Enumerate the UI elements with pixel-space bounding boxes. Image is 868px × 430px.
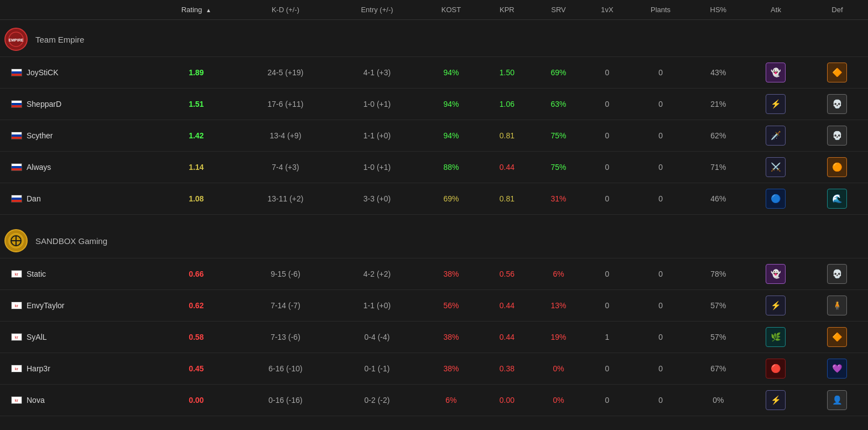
col-1vx: 1vX bbox=[584, 0, 630, 20]
player-hs: 57% bbox=[692, 290, 745, 322]
agent-icon: 💀 bbox=[827, 126, 847, 146]
kost-value: 6% bbox=[445, 396, 456, 405]
agent-icon: 🌿 bbox=[766, 327, 786, 347]
srv-value: 75% bbox=[551, 163, 566, 172]
team-row-empire: EMPIRE Team Empire bbox=[0, 20, 868, 57]
table-row[interactable]: kr Nova 0.00 0-16 (-16) 0-2 (-2) 6% 0.00… bbox=[0, 385, 868, 416]
player-kost: 38% bbox=[421, 258, 482, 290]
def-agent-cell: 💀 bbox=[811, 264, 864, 284]
player-kpr: 0.81 bbox=[481, 183, 532, 215]
agent-icon: 💜 bbox=[827, 359, 847, 379]
player-def: 🌊 bbox=[807, 183, 868, 215]
player-plants: 0 bbox=[630, 290, 691, 322]
player-kpr: 0.44 bbox=[481, 322, 532, 353]
player-name: Nova bbox=[27, 396, 45, 405]
player-1vx: 1 bbox=[584, 322, 630, 353]
col-rating[interactable]: Rating ▲ bbox=[155, 0, 238, 20]
player-1vx: 0 bbox=[584, 57, 630, 89]
header-row: Rating ▲ K-D (+/-) Entry (+/-) KOST KPR … bbox=[0, 0, 868, 20]
col-srv: SRV bbox=[533, 0, 585, 20]
table-row[interactable]: kr Static 0.66 9-15 (-6) 4-2 (+2) 38% 0.… bbox=[0, 258, 868, 290]
rating-value: 0.00 bbox=[189, 396, 204, 405]
player-plants: 0 bbox=[630, 353, 691, 385]
kost-value: 94% bbox=[443, 68, 459, 77]
kost-value: 38% bbox=[443, 270, 459, 278]
team-name: Team Empire bbox=[35, 35, 84, 44]
player-rating: 0.58 bbox=[155, 322, 238, 353]
team-logo bbox=[4, 229, 28, 252]
player-def: 🟠 bbox=[807, 152, 868, 183]
table-row[interactable]: Scyther 1.42 13-4 (+9) 1-1 (+0) 94% 0.81… bbox=[0, 120, 868, 152]
table-row[interactable]: Always 1.14 7-4 (+3) 1-0 (+1) 88% 0.44 7… bbox=[0, 152, 868, 183]
player-plants: 0 bbox=[630, 183, 691, 215]
flag-icon bbox=[11, 100, 22, 108]
flag-icon: kr bbox=[11, 333, 22, 341]
kpr-value: 0.44 bbox=[500, 163, 514, 172]
table-row[interactable]: ShepparD 1.51 17-6 (+11) 1-0 (+1) 94% 1.… bbox=[0, 89, 868, 120]
player-srv: 69% bbox=[533, 57, 585, 89]
table-row[interactable]: Dan 1.08 13-11 (+2) 3-3 (+0) 69% 0.81 31… bbox=[0, 183, 868, 215]
kd-label: K-D (+/-) bbox=[272, 6, 299, 14]
kpr-value: 0.38 bbox=[500, 364, 514, 373]
player-kd: 7-13 (-6) bbox=[238, 322, 334, 353]
agent-icon: 🔶 bbox=[827, 327, 847, 347]
player-entry: 0-1 (-1) bbox=[333, 353, 420, 385]
player-kost: 88% bbox=[421, 152, 482, 183]
rating-value: 1.14 bbox=[189, 163, 204, 172]
player-atk: 🔴 bbox=[745, 353, 807, 385]
player-rating: 1.42 bbox=[155, 120, 238, 152]
def-agent-cell: 🧍 bbox=[811, 296, 864, 315]
flag-icon bbox=[11, 195, 22, 203]
player-def: 💜 bbox=[807, 353, 868, 385]
table-row[interactable]: kr Harp3r 0.45 6-16 (-10) 0-1 (-1) 38% 0… bbox=[0, 353, 868, 385]
agent-icon: ⚡ bbox=[766, 94, 786, 114]
player-rating: 0.00 bbox=[155, 385, 238, 416]
srv-value: 69% bbox=[551, 68, 566, 77]
entry-label: Entry (+/-) bbox=[361, 6, 393, 14]
player-1vx: 0 bbox=[584, 353, 630, 385]
player-kost: 38% bbox=[421, 322, 482, 353]
kpr-value: 0.44 bbox=[500, 301, 514, 310]
player-name-cell: Always bbox=[0, 152, 155, 183]
table-row[interactable]: kr SyAlL 0.58 7-13 (-6) 0-4 (-4) 38% 0.4… bbox=[0, 322, 868, 353]
col-plants: Plants bbox=[630, 0, 691, 20]
flag-icon: kr bbox=[11, 365, 22, 372]
col-player bbox=[0, 0, 155, 20]
svg-text:EMPIRE: EMPIRE bbox=[9, 38, 24, 42]
player-atk: 👻 bbox=[745, 258, 807, 290]
agent-icon: 🌊 bbox=[827, 189, 847, 209]
srv-value: 31% bbox=[551, 194, 566, 203]
agent-icon: 🔵 bbox=[766, 189, 786, 209]
player-srv: 63% bbox=[533, 89, 585, 120]
agent-icon: 🔴 bbox=[766, 359, 786, 379]
player-kost: 94% bbox=[421, 57, 482, 89]
team-header-cell: SANDBOX Gaming bbox=[0, 221, 868, 258]
player-kost: 56% bbox=[421, 290, 482, 322]
player-1vx: 0 bbox=[584, 152, 630, 183]
def-agent-cell: 🟠 bbox=[811, 157, 864, 177]
stats-table-container: Rating ▲ K-D (+/-) Entry (+/-) KOST KPR … bbox=[0, 0, 868, 430]
player-srv: 75% bbox=[533, 120, 585, 152]
kost-value: 94% bbox=[443, 100, 459, 108]
player-name: Scyther bbox=[27, 131, 53, 140]
def-agent-cell: 💀 bbox=[811, 126, 864, 146]
table-row[interactable]: kr EnvyTaylor 0.62 7-14 (-7) 1-1 (+0) 56… bbox=[0, 290, 868, 322]
player-kd: 9-15 (-6) bbox=[238, 258, 334, 290]
table-row[interactable]: JoyStiCK 1.89 24-5 (+19) 4-1 (+3) 94% 1.… bbox=[0, 57, 868, 89]
agent-icon: ⚡ bbox=[766, 296, 786, 315]
player-plants: 0 bbox=[630, 385, 691, 416]
player-rating: 1.08 bbox=[155, 183, 238, 215]
player-kpr: 0.44 bbox=[481, 290, 532, 322]
flag-icon: kr bbox=[11, 302, 22, 309]
player-hs: 43% bbox=[692, 57, 745, 89]
srv-value: 75% bbox=[551, 131, 566, 140]
player-atk: ⚡ bbox=[745, 290, 807, 322]
player-kost: 94% bbox=[421, 120, 482, 152]
col-kost: KOST bbox=[421, 0, 482, 20]
atk-agent-cell: ⚔️ bbox=[750, 157, 802, 177]
def-agent-cell: 🌊 bbox=[811, 189, 864, 209]
player-hs: 71% bbox=[692, 152, 745, 183]
player-1vx: 0 bbox=[584, 290, 630, 322]
player-entry: 4-2 (+2) bbox=[333, 258, 420, 290]
team-row-sandbox: SANDBOX Gaming bbox=[0, 221, 868, 258]
